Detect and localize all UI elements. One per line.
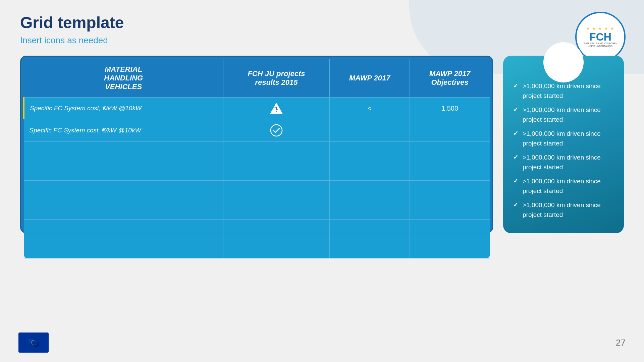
row3-col3 xyxy=(330,142,410,161)
row7-col1 xyxy=(24,220,223,239)
list-item: >1,000,000 km driven since project start… xyxy=(513,177,614,196)
row1-col2: ! 🔨 xyxy=(223,98,329,119)
row2-col4 xyxy=(410,119,490,142)
bullet-list: >1,000,000 km driven since project start… xyxy=(513,81,614,224)
row8-col4 xyxy=(410,239,490,258)
list-item: >1,000,000 km driven since project start… xyxy=(513,200,614,220)
row6-col3 xyxy=(330,200,410,220)
page-title: Grid template xyxy=(20,13,124,32)
check-icon xyxy=(229,124,324,137)
list-item: >1,000,000 km driven since project start… xyxy=(513,129,614,148)
row4-col1 xyxy=(24,161,223,181)
row5-col1 xyxy=(24,181,223,200)
row7-col4 xyxy=(410,220,490,239)
svg-text:🔨: 🔨 xyxy=(274,106,279,111)
fch-logo: ★ ★ ★ ★ ★ FCH FUEL CELLS AND HYDROGEN JO… xyxy=(575,12,626,62)
logo-stars: ★ ★ ★ ★ ★ xyxy=(582,26,619,31)
row3-col2 xyxy=(223,142,329,161)
row8-col1 xyxy=(24,239,223,258)
row4-col3 xyxy=(330,161,410,181)
row4-col4 xyxy=(410,161,490,181)
table-row xyxy=(24,161,490,181)
col-header-4: MAWP 2017Objectives xyxy=(410,59,490,98)
table-row: Specific FC System cost, €/kW @10kW ! 🔨 … xyxy=(24,98,490,119)
logo-full-text: FUEL CELLS AND HYDROGEN JOINT UNDERTAKIN… xyxy=(582,42,619,48)
row7-col3 xyxy=(330,220,410,239)
row7-col2 xyxy=(223,220,329,239)
row1-col1: Specific FC System cost, €/kW @10kW xyxy=(24,98,223,119)
row1-col4: 1,500 xyxy=(410,98,490,119)
list-item: >1,000,000 km driven since project start… xyxy=(513,153,614,172)
table-row xyxy=(24,200,490,220)
header: Grid template Insert icons as needed xyxy=(20,13,624,46)
list-item: >1,000,000 km driven since project start… xyxy=(513,105,614,124)
row5-col3 xyxy=(330,181,410,200)
row5-col4 xyxy=(410,181,490,200)
row4-col2 xyxy=(223,161,329,181)
table-row xyxy=(24,142,490,161)
row1-col3: < xyxy=(330,98,410,119)
row3-col1 xyxy=(24,142,223,161)
row2-col1: Specific FC System cost, €/kW @10kW xyxy=(24,119,223,142)
row2-col3 xyxy=(330,119,410,142)
table-row xyxy=(24,181,490,200)
row8-col3 xyxy=(330,239,410,258)
row3-col4 xyxy=(410,142,490,161)
row6-col4 xyxy=(410,200,490,220)
title-area: Grid template Insert icons as needed xyxy=(20,13,124,46)
col-header-2: FCH JU projectsresults 2015 xyxy=(223,59,329,98)
list-item: >1,000,000 km driven since project start… xyxy=(513,81,614,101)
sidebar-circle-decoration xyxy=(543,42,584,82)
row8-col2 xyxy=(223,239,329,258)
warning-icon: ! 🔨 xyxy=(229,102,324,114)
row6-col2 xyxy=(223,200,329,220)
sidebar-card: >1,000,000 km driven since project start… xyxy=(503,56,624,233)
main-content: MATERIALHANDLINGVEHICLES FCH JU projects… xyxy=(20,56,624,233)
table-row xyxy=(24,220,490,239)
row5-col2 xyxy=(223,181,329,200)
data-table: MATERIALHANDLINGVEHICLES FCH JU projects… xyxy=(23,59,490,258)
col-header-1: MATERIALHANDLINGVEHICLES xyxy=(24,59,223,98)
logo-fch-text: FCH xyxy=(582,32,619,42)
logo-area: ★ ★ ★ ★ ★ FCH FUEL CELLS AND HYDROGEN JO… xyxy=(575,12,626,62)
table-card: MATERIALHANDLINGVEHICLES FCH JU projects… xyxy=(20,56,493,233)
table-row xyxy=(24,239,490,258)
row6-col1 xyxy=(24,200,223,220)
col-header-3: MAWP 2017 xyxy=(330,59,410,98)
page-subtitle: Insert icons as needed xyxy=(20,35,124,46)
table-row: Specific FC System cost, €/kW @10kW xyxy=(24,119,490,142)
row2-col2 xyxy=(223,119,329,142)
svg-point-3 xyxy=(271,125,282,136)
